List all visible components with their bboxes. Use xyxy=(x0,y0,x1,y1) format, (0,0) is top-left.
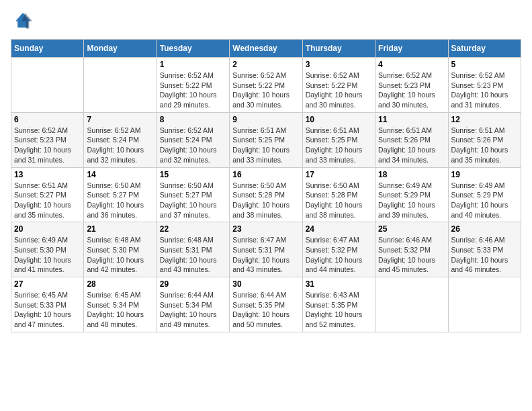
column-header-friday: Friday xyxy=(375,40,448,58)
calendar-cell xyxy=(448,277,521,332)
calendar-cell: 3Sunrise: 6:52 AMSunset: 5:22 PMDaylight… xyxy=(302,58,375,113)
day-number: 24 xyxy=(306,224,372,234)
calendar-week-row: 6Sunrise: 6:52 AMSunset: 5:23 PMDaylight… xyxy=(11,112,521,167)
day-detail: Sunrise: 6:45 AMSunset: 5:33 PMDaylight:… xyxy=(14,290,81,330)
calendar-cell: 24Sunrise: 6:47 AMSunset: 5:32 PMDayligh… xyxy=(302,222,375,277)
day-number: 2 xyxy=(232,60,299,69)
header xyxy=(11,11,521,32)
day-detail: Sunrise: 6:52 AMSunset: 5:22 PMDaylight:… xyxy=(306,71,372,110)
day-detail: Sunrise: 6:50 AMSunset: 5:27 PMDaylight:… xyxy=(160,181,226,220)
calendar-cell: 14Sunrise: 6:50 AMSunset: 5:27 PMDayligh… xyxy=(84,167,157,222)
calendar-cell xyxy=(375,277,448,332)
day-detail: Sunrise: 6:52 AMSunset: 5:23 PMDaylight:… xyxy=(378,71,445,110)
day-detail: Sunrise: 6:51 AMSunset: 5:27 PMDaylight:… xyxy=(14,181,81,220)
day-detail: Sunrise: 6:51 AMSunset: 5:26 PMDaylight:… xyxy=(378,126,445,165)
column-header-wednesday: Wednesday xyxy=(230,40,302,58)
day-number: 22 xyxy=(160,224,226,234)
day-detail: Sunrise: 6:47 AMSunset: 5:32 PMDaylight:… xyxy=(306,235,372,275)
logo xyxy=(11,11,32,32)
calendar-cell: 28Sunrise: 6:45 AMSunset: 5:34 PMDayligh… xyxy=(84,277,157,332)
column-header-saturday: Saturday xyxy=(448,40,521,58)
day-detail: Sunrise: 6:51 AMSunset: 5:25 PMDaylight:… xyxy=(232,126,299,165)
calendar-cell: 20Sunrise: 6:49 AMSunset: 5:30 PMDayligh… xyxy=(11,222,84,277)
day-detail: Sunrise: 6:47 AMSunset: 5:31 PMDaylight:… xyxy=(232,235,299,275)
day-number: 20 xyxy=(14,224,81,234)
calendar-week-row: 27Sunrise: 6:45 AMSunset: 5:33 PMDayligh… xyxy=(11,277,521,332)
calendar-cell: 27Sunrise: 6:45 AMSunset: 5:33 PMDayligh… xyxy=(11,277,84,332)
column-header-sunday: Sunday xyxy=(11,40,84,58)
day-detail: Sunrise: 6:44 AMSunset: 5:35 PMDaylight:… xyxy=(232,290,299,330)
day-number: 1 xyxy=(160,60,226,69)
day-number: 17 xyxy=(306,170,372,179)
day-number: 31 xyxy=(306,279,372,289)
day-number: 16 xyxy=(232,170,299,179)
calendar-cell: 5Sunrise: 6:52 AMSunset: 5:23 PMDaylight… xyxy=(448,58,521,113)
day-number: 13 xyxy=(14,170,81,179)
calendar-cell: 4Sunrise: 6:52 AMSunset: 5:23 PMDaylight… xyxy=(375,58,448,113)
day-detail: Sunrise: 6:50 AMSunset: 5:28 PMDaylight:… xyxy=(232,181,299,220)
calendar-week-row: 13Sunrise: 6:51 AMSunset: 5:27 PMDayligh… xyxy=(11,167,521,222)
calendar-cell: 16Sunrise: 6:50 AMSunset: 5:28 PMDayligh… xyxy=(230,167,302,222)
calendar-cell: 22Sunrise: 6:48 AMSunset: 5:31 PMDayligh… xyxy=(157,222,229,277)
day-detail: Sunrise: 6:45 AMSunset: 5:34 PMDaylight:… xyxy=(87,290,153,330)
column-header-tuesday: Tuesday xyxy=(157,40,229,58)
calendar-header-row: SundayMondayTuesdayWednesdayThursdayFrid… xyxy=(11,40,521,58)
calendar-cell: 8Sunrise: 6:52 AMSunset: 5:24 PMDaylight… xyxy=(157,112,229,167)
day-number: 21 xyxy=(87,224,153,234)
day-detail: Sunrise: 6:49 AMSunset: 5:29 PMDaylight:… xyxy=(451,181,518,220)
day-number: 30 xyxy=(232,279,299,289)
calendar-cell: 11Sunrise: 6:51 AMSunset: 5:26 PMDayligh… xyxy=(375,112,448,167)
calendar-cell: 7Sunrise: 6:52 AMSunset: 5:24 PMDaylight… xyxy=(84,112,157,167)
day-number: 19 xyxy=(451,170,518,179)
calendar-cell: 31Sunrise: 6:43 AMSunset: 5:35 PMDayligh… xyxy=(302,277,375,332)
day-number: 26 xyxy=(451,224,518,234)
calendar: SundayMondayTuesdayWednesdayThursdayFrid… xyxy=(11,39,521,332)
calendar-cell: 19Sunrise: 6:49 AMSunset: 5:29 PMDayligh… xyxy=(448,167,521,222)
day-detail: Sunrise: 6:52 AMSunset: 5:24 PMDaylight:… xyxy=(160,126,226,165)
day-number: 18 xyxy=(378,170,445,179)
calendar-week-row: 20Sunrise: 6:49 AMSunset: 5:30 PMDayligh… xyxy=(11,222,521,277)
calendar-cell: 26Sunrise: 6:46 AMSunset: 5:33 PMDayligh… xyxy=(448,222,521,277)
calendar-cell: 15Sunrise: 6:50 AMSunset: 5:27 PMDayligh… xyxy=(157,167,229,222)
day-number: 3 xyxy=(306,60,372,69)
calendar-cell: 21Sunrise: 6:48 AMSunset: 5:30 PMDayligh… xyxy=(84,222,157,277)
day-detail: Sunrise: 6:49 AMSunset: 5:29 PMDaylight:… xyxy=(378,181,445,220)
calendar-cell: 30Sunrise: 6:44 AMSunset: 5:35 PMDayligh… xyxy=(230,277,302,332)
day-number: 28 xyxy=(87,279,153,289)
day-number: 27 xyxy=(14,279,81,289)
calendar-cell: 23Sunrise: 6:47 AMSunset: 5:31 PMDayligh… xyxy=(230,222,302,277)
calendar-cell: 9Sunrise: 6:51 AMSunset: 5:25 PMDaylight… xyxy=(230,112,302,167)
day-number: 6 xyxy=(14,115,81,124)
day-number: 4 xyxy=(378,60,445,69)
day-number: 9 xyxy=(232,115,299,124)
day-detail: Sunrise: 6:52 AMSunset: 5:23 PMDaylight:… xyxy=(451,71,518,110)
day-number: 10 xyxy=(306,115,372,124)
calendar-cell: 13Sunrise: 6:51 AMSunset: 5:27 PMDayligh… xyxy=(11,167,84,222)
day-detail: Sunrise: 6:44 AMSunset: 5:34 PMDaylight:… xyxy=(160,290,226,330)
column-header-thursday: Thursday xyxy=(302,40,375,58)
day-number: 8 xyxy=(160,115,226,124)
calendar-cell: 18Sunrise: 6:49 AMSunset: 5:29 PMDayligh… xyxy=(375,167,448,222)
day-detail: Sunrise: 6:48 AMSunset: 5:30 PMDaylight:… xyxy=(87,235,153,275)
day-detail: Sunrise: 6:50 AMSunset: 5:28 PMDaylight:… xyxy=(306,181,372,220)
day-detail: Sunrise: 6:46 AMSunset: 5:32 PMDaylight:… xyxy=(378,235,445,275)
calendar-cell: 25Sunrise: 6:46 AMSunset: 5:32 PMDayligh… xyxy=(375,222,448,277)
calendar-cell: 10Sunrise: 6:51 AMSunset: 5:25 PMDayligh… xyxy=(302,112,375,167)
day-number: 5 xyxy=(451,60,518,69)
day-detail: Sunrise: 6:49 AMSunset: 5:30 PMDaylight:… xyxy=(14,235,81,275)
calendar-cell xyxy=(11,58,84,113)
calendar-cell: 17Sunrise: 6:50 AMSunset: 5:28 PMDayligh… xyxy=(302,167,375,222)
day-detail: Sunrise: 6:52 AMSunset: 5:23 PMDaylight:… xyxy=(14,126,81,165)
day-number: 7 xyxy=(87,115,153,124)
day-number: 11 xyxy=(378,115,445,124)
day-number: 14 xyxy=(87,170,153,179)
day-number: 23 xyxy=(232,224,299,234)
day-detail: Sunrise: 6:51 AMSunset: 5:25 PMDaylight:… xyxy=(306,126,372,165)
calendar-cell: 29Sunrise: 6:44 AMSunset: 5:34 PMDayligh… xyxy=(157,277,229,332)
day-detail: Sunrise: 6:51 AMSunset: 5:26 PMDaylight:… xyxy=(451,126,518,165)
calendar-cell: 12Sunrise: 6:51 AMSunset: 5:26 PMDayligh… xyxy=(448,112,521,167)
day-detail: Sunrise: 6:43 AMSunset: 5:35 PMDaylight:… xyxy=(306,290,372,330)
calendar-cell: 6Sunrise: 6:52 AMSunset: 5:23 PMDaylight… xyxy=(11,112,84,167)
calendar-week-row: 1Sunrise: 6:52 AMSunset: 5:22 PMDaylight… xyxy=(11,58,521,113)
day-number: 25 xyxy=(378,224,445,234)
